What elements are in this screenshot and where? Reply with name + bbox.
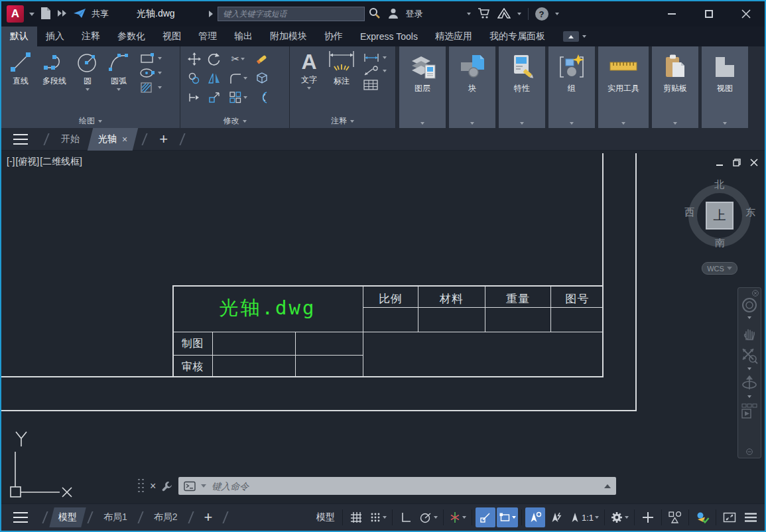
navbar-close-icon[interactable] xyxy=(752,290,759,297)
command-prompt-caret-icon[interactable] xyxy=(201,484,206,488)
panel-modify-expander[interactable]: 修改 xyxy=(180,114,289,128)
panel-block[interactable]: 块 xyxy=(449,46,495,128)
array-dropdown-caret-icon[interactable] xyxy=(243,96,247,99)
annotation-scale-caret-icon[interactable] xyxy=(595,516,599,519)
panel-layers-caret-icon[interactable] xyxy=(420,122,424,125)
file-tab-current[interactable]: 光轴 × xyxy=(88,128,139,151)
dynamic-input-toggle[interactable] xyxy=(497,507,518,527)
hatch-dropdown-caret-icon[interactable] xyxy=(158,86,162,89)
pan-hand-icon[interactable] xyxy=(741,326,757,342)
viewport-menu-control[interactable]: [-] xyxy=(7,156,15,168)
steering-wheel-icon[interactable] xyxy=(741,297,758,314)
panel-annotate-expander[interactable]: 注释 xyxy=(290,114,395,128)
graphics-performance-button[interactable] xyxy=(692,507,712,527)
search-expand-icon[interactable] xyxy=(208,10,214,18)
orbit-icon[interactable] xyxy=(741,375,758,392)
panel-draw-expander[interactable]: 绘图 xyxy=(1,114,180,128)
showmotion-icon[interactable] xyxy=(741,403,758,420)
maximize-button[interactable] xyxy=(690,1,728,27)
fillet-tool[interactable] xyxy=(229,72,247,85)
wcs-dropdown[interactable]: WCS xyxy=(702,262,737,275)
ribbon-tab-insert[interactable]: 插入 xyxy=(37,27,73,46)
array-tool[interactable] xyxy=(229,91,247,104)
annotation-visibility-toggle[interactable] xyxy=(525,507,545,527)
panel-groups-caret-icon[interactable] xyxy=(570,122,574,125)
ribbon-tab-manage[interactable]: 管理 xyxy=(190,27,225,46)
panel-view[interactable]: 视图 xyxy=(702,46,748,128)
leader-caret-icon[interactable] xyxy=(383,70,387,72)
viewcube-north[interactable]: 北 xyxy=(714,178,724,191)
viewcube-east[interactable]: 东 xyxy=(745,206,755,219)
sign-in-label[interactable]: 登录 xyxy=(406,8,423,20)
circle-tool[interactable]: 圆 xyxy=(73,50,102,114)
linear-dim-caret-icon[interactable] xyxy=(383,56,387,59)
snap-mode-toggle[interactable] xyxy=(367,507,389,527)
panel-clipboard-caret-icon[interactable] xyxy=(673,122,677,125)
osnap-tracking-toggle[interactable] xyxy=(447,507,468,527)
trim-dropdown-caret-icon[interactable] xyxy=(241,58,245,60)
customization-plus-button[interactable] xyxy=(638,507,658,527)
panel-properties[interactable]: 特性 xyxy=(499,46,545,128)
help-icon[interactable]: ? xyxy=(535,7,548,21)
minimize-button[interactable] xyxy=(653,1,690,27)
navbar-collapse-icon[interactable] xyxy=(746,448,753,455)
new-tab-button[interactable]: + xyxy=(151,128,176,151)
ribbon-tab-output[interactable]: 输出 xyxy=(225,27,261,46)
close-tab-icon[interactable]: × xyxy=(122,134,127,145)
command-close-icon[interactable]: × xyxy=(150,480,156,492)
copy-tool[interactable] xyxy=(188,72,201,85)
doc-restore-icon[interactable] xyxy=(733,159,741,166)
object-snap-toggle[interactable] xyxy=(476,507,495,527)
stretch-tool[interactable] xyxy=(188,91,201,104)
text-dropdown-caret-icon[interactable] xyxy=(307,87,311,90)
dimension-tool[interactable]: 标注 xyxy=(324,50,359,114)
polar-caret-icon[interactable] xyxy=(434,516,438,519)
search-icon[interactable] xyxy=(369,7,381,21)
panel-block-caret-icon[interactable] xyxy=(470,122,474,125)
ribbon-tab-express-tools[interactable]: Express Tools xyxy=(351,27,426,46)
polyline-tool[interactable]: 多段线 xyxy=(36,50,73,114)
share-icon[interactable] xyxy=(73,8,86,21)
command-prompt-icon[interactable] xyxy=(184,481,197,492)
command-input[interactable] xyxy=(210,480,600,492)
linear-dimension-icon[interactable] xyxy=(363,52,380,63)
mirror-tool[interactable] xyxy=(208,72,221,85)
ribbon-collapse-button[interactable] xyxy=(563,27,586,46)
viewcube-south[interactable]: 南 xyxy=(715,237,725,249)
isolate-objects-button[interactable] xyxy=(665,507,685,527)
erase-tool[interactable] xyxy=(255,52,269,66)
model-space-toggle[interactable]: 模型 xyxy=(312,507,339,527)
autodesk-caret-icon[interactable] xyxy=(517,13,521,15)
new-layout-button[interactable]: + xyxy=(198,507,220,527)
autodesk-logo-icon[interactable] xyxy=(497,8,511,21)
layout-tab-model[interactable]: 模型 xyxy=(49,507,86,527)
layout-tab-layout1[interactable]: 布局1 xyxy=(97,507,134,527)
panel-view-caret-icon[interactable] xyxy=(723,122,727,125)
doc-minimize-icon[interactable] xyxy=(716,159,724,166)
navbar-zoom-caret-icon[interactable] xyxy=(747,367,751,370)
drawing-canvas[interactable]: [-] [俯视] [二维线框] 比例 材料 xyxy=(1,151,765,503)
ribbon-tab-collaborate[interactable]: 协作 xyxy=(316,27,351,46)
offset-tool[interactable] xyxy=(255,91,269,104)
panel-clipboard[interactable]: 剪贴板 xyxy=(652,46,698,128)
ribbon-tab-addins[interactable]: 附加模块 xyxy=(261,27,316,46)
help-caret-icon[interactable] xyxy=(555,13,559,15)
clean-screen-button[interactable] xyxy=(720,507,739,527)
arc-tool[interactable]: 圆弧 xyxy=(102,50,135,114)
workspace-caret-icon[interactable] xyxy=(625,516,629,519)
ucs-icon[interactable] xyxy=(1,424,78,500)
scale-tool[interactable] xyxy=(208,91,221,104)
sign-in-caret-icon[interactable] xyxy=(467,13,471,15)
status-customization-menu[interactable] xyxy=(741,507,761,527)
ribbon-tab-home[interactable]: 默认 xyxy=(1,27,37,46)
leader-icon[interactable] xyxy=(363,66,380,76)
explode-tool[interactable] xyxy=(255,72,269,85)
autoscale-toggle[interactable] xyxy=(546,507,566,527)
ribbon-tab-annotate[interactable]: 注释 xyxy=(73,27,109,46)
circle-dropdown-caret-icon[interactable] xyxy=(86,88,90,91)
viewcube-west[interactable]: 西 xyxy=(684,206,694,219)
rotate-tool[interactable] xyxy=(208,52,221,66)
workspace-switcher[interactable] xyxy=(608,507,631,527)
close-button[interactable] xyxy=(728,1,765,27)
command-wrench-icon[interactable] xyxy=(161,480,173,492)
